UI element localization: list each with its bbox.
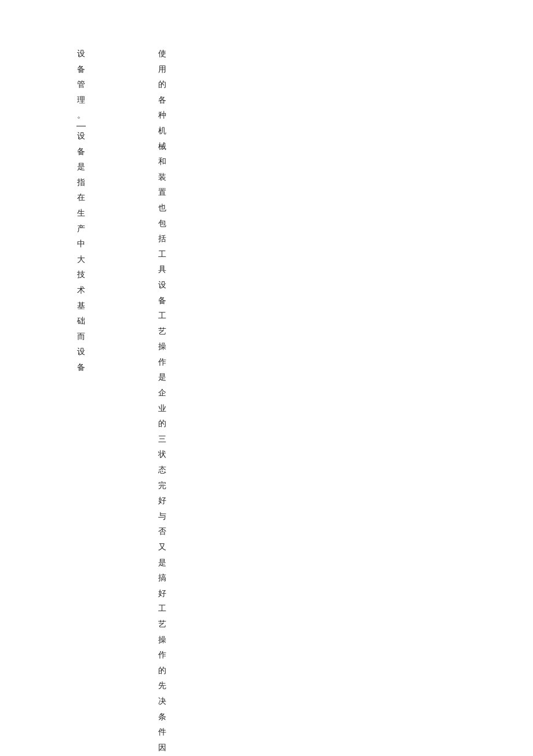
page-container: 设 备 管 理 。 设 备 是 指 在 生 产 中 大 技 术 基 础 而 设 … <box>0 0 533 756</box>
char: 装 <box>156 170 168 186</box>
char: 和 <box>156 154 168 170</box>
char: 操 <box>156 633 168 648</box>
right-text-block: 使 用 的 各 种 机 械 和 装 置 也 包 括 工 具 设 备 工 艺 操 … <box>156 46 168 756</box>
char: 的 <box>156 416 168 432</box>
char: 艺 <box>156 324 168 340</box>
char: 是 <box>75 159 87 175</box>
char: 否 <box>156 524 168 540</box>
char: 括 <box>156 231 168 247</box>
char: 大 <box>75 252 87 268</box>
char: 技 <box>75 267 87 283</box>
char: 决 <box>156 694 168 710</box>
char: 础 <box>75 314 87 329</box>
char: 工 <box>156 601 168 617</box>
char: 好 <box>156 493 168 509</box>
char: 术 <box>75 283 87 299</box>
char: 械 <box>156 139 168 155</box>
char: 生 <box>75 206 87 221</box>
char: 是 <box>156 555 168 571</box>
char: 管 <box>75 77 87 93</box>
char: 搞 <box>156 570 168 586</box>
divider-line <box>76 126 86 126</box>
char: 设 <box>75 46 87 62</box>
right-section: 使 用 的 各 种 机 械 和 装 置 也 包 括 工 具 设 备 工 艺 操 … <box>156 46 168 756</box>
char: 种 <box>156 108 168 123</box>
char: 而 <box>75 329 87 345</box>
char: 用 <box>156 62 168 78</box>
char: 使 <box>156 46 168 62</box>
char: 。 <box>75 108 87 123</box>
char: 又 <box>156 540 168 555</box>
char: 具 <box>156 262 168 278</box>
char: 三 <box>156 432 168 448</box>
char: 基 <box>75 299 87 314</box>
char: 设 <box>75 344 87 360</box>
char: 与 <box>156 509 168 525</box>
char: 指 <box>75 175 87 191</box>
char: 件 <box>156 725 168 740</box>
char: 机 <box>156 123 168 139</box>
char: 理 <box>75 93 87 108</box>
char: 设 <box>75 129 87 144</box>
char: 企 <box>156 386 168 401</box>
char: 完 <box>156 478 168 494</box>
char: 备 <box>75 360 87 376</box>
char: 各 <box>156 93 168 108</box>
char: 是 <box>156 370 168 386</box>
char: 条 <box>156 710 168 725</box>
char: 艺 <box>156 617 168 633</box>
char: 也 <box>156 201 168 216</box>
char: 备 <box>156 293 168 309</box>
char: 包 <box>156 216 168 232</box>
char: 业 <box>156 401 168 417</box>
char: 先 <box>156 678 168 694</box>
char: 备 <box>75 144 87 160</box>
char: 作 <box>156 648 168 663</box>
char: 置 <box>156 185 168 201</box>
char: 备 <box>75 62 87 78</box>
char: 工 <box>156 308 168 324</box>
char: 作 <box>156 355 168 370</box>
char: 因 <box>156 740 168 756</box>
char: 的 <box>156 77 168 93</box>
char: 设 <box>156 278 168 293</box>
left-section: 设 备 管 理 。 设 备 是 指 在 生 产 中 大 技 术 基 础 而 设 … <box>75 46 87 375</box>
char: 工 <box>156 247 168 263</box>
left-title-block: 设 备 管 理 。 设 备 是 指 在 生 产 中 大 技 术 基 础 而 设 … <box>75 46 87 375</box>
char: 态 <box>156 463 168 478</box>
char: 产 <box>75 221 87 237</box>
char: 操 <box>156 339 168 355</box>
char: 好 <box>156 586 168 602</box>
char: 中 <box>75 237 87 252</box>
char: 的 <box>156 663 168 679</box>
char: 在 <box>75 190 87 206</box>
char: 状 <box>156 447 168 463</box>
